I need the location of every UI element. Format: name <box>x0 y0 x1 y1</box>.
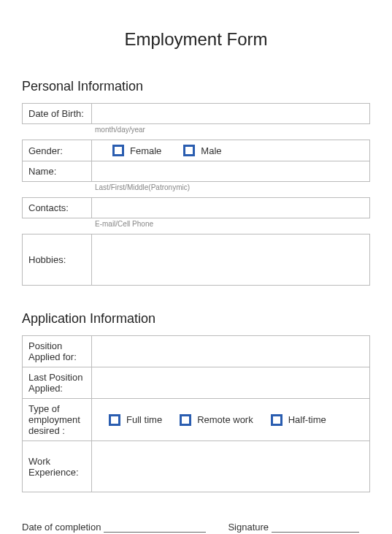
checkbox-icon <box>112 145 124 156</box>
signature-field[interactable] <box>272 522 359 533</box>
checkbox-icon <box>183 145 195 156</box>
last-position-label: Last Position Applied: <box>23 367 92 399</box>
emp-halftime-label: Half-time <box>288 414 326 425</box>
emp-fulltime-label: Full time <box>126 414 162 425</box>
gender-options-cell: Female Male <box>92 140 370 161</box>
signature-row: Date of completion Signature <box>22 522 370 533</box>
dob-field[interactable] <box>92 104 370 124</box>
application-info-table: Position Applied for: Last Position Appl… <box>22 335 370 492</box>
work-experience-field[interactable] <box>92 441 370 492</box>
section-application-heading: Application Information <box>22 311 370 327</box>
signature-label: Signature <box>228 522 269 533</box>
gender-female-label: Female <box>130 145 161 156</box>
position-applied-field[interactable] <box>92 336 370 367</box>
gender-male-label: Male <box>201 145 221 156</box>
hobbies-field[interactable] <box>92 234 370 286</box>
emp-remote-label: Remote work <box>197 414 253 425</box>
hobbies-label: Hobbies: <box>23 234 92 286</box>
personal-info-table: Date of Birth: <box>22 103 370 124</box>
gender-male-option[interactable]: Male <box>183 145 221 156</box>
contacts-label: Contacts: <box>23 198 92 218</box>
page-title: Employment Form <box>22 29 370 50</box>
employment-type-cell: Full time Remote work Half-time <box>92 399 370 441</box>
checkbox-icon <box>180 414 191 426</box>
hobbies-table: Hobbies: <box>22 234 370 286</box>
position-applied-label: Position Applied for: <box>23 336 92 367</box>
date-completion-field[interactable] <box>104 522 206 533</box>
emp-halftime-option[interactable]: Half-time <box>271 414 326 426</box>
name-label: Name: <box>23 161 92 182</box>
gender-female-option[interactable]: Female <box>112 145 161 156</box>
contacts-table: Contacts: <box>22 197 370 218</box>
work-experience-label: Work Experience: <box>23 441 92 492</box>
gender-name-table: Gender: Female Male Name: <box>22 140 370 182</box>
date-completion-label: Date of completion <box>22 522 101 533</box>
name-field[interactable] <box>92 161 370 182</box>
emp-fulltime-option[interactable]: Full time <box>109 414 162 426</box>
emp-remote-option[interactable]: Remote work <box>180 414 253 426</box>
contacts-field[interactable] <box>92 198 370 218</box>
name-hint: Last/First/Middle(Patronymic) <box>22 182 370 197</box>
contacts-hint: E-mail/Cell Phone <box>22 218 370 234</box>
dob-hint: month/day/year <box>22 124 370 140</box>
gender-label: Gender: <box>23 140 92 161</box>
checkbox-icon <box>109 414 120 426</box>
last-position-field[interactable] <box>92 367 370 399</box>
dob-label: Date of Birth: <box>23 104 92 124</box>
section-personal-heading: Personal Information <box>22 79 370 94</box>
checkbox-icon <box>271 414 283 426</box>
employment-type-label: Type of employment desired : <box>23 399 92 441</box>
